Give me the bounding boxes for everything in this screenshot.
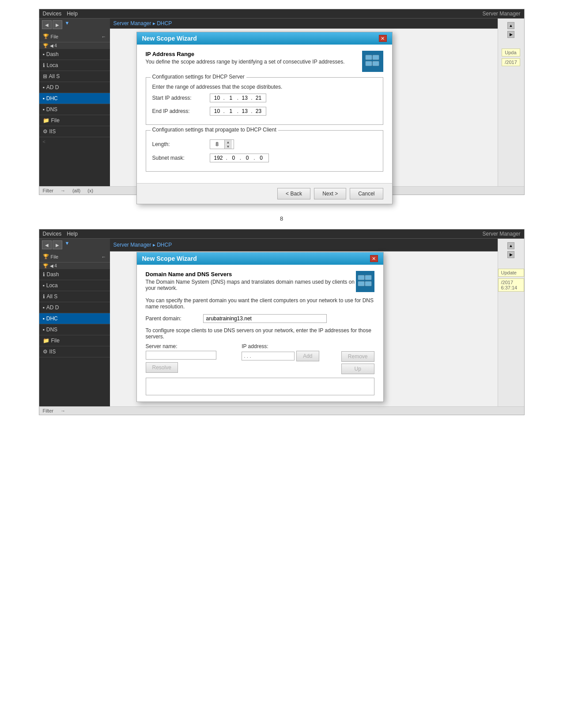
dns-action-buttons: Remove Up (341, 351, 374, 374)
subnet-mask-input[interactable]: . . . (210, 154, 269, 162)
topbar-devices-2[interactable]: Devices (43, 231, 62, 237)
chevron-left-icon[interactable]: < (43, 139, 45, 144)
sidebar-item-dhcp-2[interactable]: ▪ DHC (39, 313, 110, 324)
right-panel-2: ▲ ▶ Update /2017 6:37:14 (498, 239, 524, 406)
back-button-1[interactable]: < Back (277, 188, 310, 199)
parent-domain-input[interactable] (203, 314, 327, 323)
sidebar-item-label: Dash (46, 51, 59, 57)
length-spin-down[interactable]: ▼ (225, 144, 232, 149)
ip-address-input[interactable] (242, 352, 295, 360)
subnet-octet4[interactable] (256, 155, 267, 161)
sidebar-item-alls[interactable]: ⊞ All S (39, 71, 110, 82)
scroll-up-btn[interactable]: ▲ (507, 22, 514, 29)
main-content-2: Server Manager ▸ DHCP ↻ New Scope Wizard… (110, 239, 524, 406)
sidebar-item-alls-2[interactable]: ℹ All S (39, 291, 110, 302)
sm-title-2: Server Manager (83, 231, 521, 237)
sidebar-1: ◀ ▶ ▼ 🏆 File ← 🏆 ◀ 4 ▪ D (39, 19, 110, 186)
server-name-label: Server name: (146, 343, 238, 349)
scroll-right-btn-2[interactable]: ▶ (507, 251, 514, 258)
start-ip-octet4[interactable] (253, 95, 264, 101)
nav-bar-1: Server Manager ▸ DHCP (110, 19, 524, 29)
subnet-octet3[interactable] (242, 155, 253, 161)
wizard-dialog-2: New Scope Wizard ✕ Domain Name and DNS S… (136, 252, 384, 402)
sidebar-item-local[interactable]: ℹ Loca (39, 60, 110, 71)
arrow-label: → (60, 188, 65, 193)
topbar-help[interactable]: Help (67, 11, 78, 17)
ip-address-col: IP address: Add (242, 343, 334, 361)
trophy-icon-3: 🏆 (43, 254, 49, 259)
dashboard-icon: ▪ (43, 51, 45, 57)
start-ip-octet2[interactable] (226, 95, 236, 101)
scroll-up-btn-2[interactable]: ▲ (507, 242, 514, 249)
next-button-1[interactable]: Next > (314, 188, 346, 199)
sidebar-item-label-5: AD D (46, 304, 59, 311)
sidebar-item-label: AD D (46, 84, 59, 90)
wizard-close-button-1[interactable]: ✕ (379, 35, 387, 42)
sidebar-item-ad-2[interactable]: ▪ AD D (39, 302, 110, 313)
iis-icon: ⚙ (43, 128, 48, 135)
back-arrow-icon[interactable]: ← (102, 34, 106, 39)
up-button[interactable]: Up (341, 364, 374, 374)
length-value-input[interactable] (210, 140, 224, 148)
end-ip-octet3[interactable] (239, 108, 250, 114)
sidebar-item-label: All S (49, 73, 60, 79)
topbar-devices[interactable]: Devices (43, 11, 62, 17)
forward-btn-nav[interactable]: ▶ (53, 20, 62, 29)
svg-rect-2 (366, 61, 372, 66)
wizard-section-title-1: IP Address Range (146, 51, 345, 57)
sidebar-file-section: 🏆 File ← (39, 31, 110, 42)
subnet-octet2[interactable] (228, 155, 239, 161)
sidebar-item-ad[interactable]: ▪ AD D (39, 82, 110, 93)
parent-domain-row: Parent domain: (146, 314, 374, 323)
end-ip-octet2[interactable] (226, 108, 236, 114)
sidebar-item-label: DNS (46, 106, 57, 113)
wizard-close-button-2[interactable]: ✕ (370, 255, 378, 262)
sidebar-item-label: Loca (47, 62, 58, 68)
sidebar-item-label-9: IIS (49, 349, 56, 355)
add-button[interactable]: Add (296, 351, 319, 361)
file-icon-2: 📁 (43, 338, 49, 344)
end-ip-input[interactable]: . . . (210, 107, 266, 116)
date-text-2: /2017 6:37:14 (498, 278, 524, 292)
length-input[interactable]: ▲ ▼ (210, 139, 234, 149)
sidebar-item-dhcp[interactable]: ▪ DHC (39, 93, 110, 104)
end-ip-octet4[interactable] (253, 108, 264, 114)
svg-rect-3 (373, 61, 379, 66)
sidebar-item-local-2[interactable]: ▪ Loca (39, 280, 110, 291)
wizard-icon-2 (356, 271, 374, 292)
length-spin-up[interactable]: ▲ (225, 140, 232, 144)
length-row: Length: ▲ ▼ (152, 139, 377, 149)
scroll-right-btn[interactable]: ▶ (507, 31, 514, 38)
end-ip-octet1[interactable] (212, 108, 223, 114)
topbar-help-2[interactable]: Help (67, 231, 78, 237)
start-ip-octet3[interactable] (239, 95, 250, 101)
server-name-input[interactable] (146, 351, 216, 360)
resolve-button[interactable]: Resolve (146, 362, 178, 373)
forward-btn-nav-2[interactable]: ▶ (53, 240, 62, 249)
sidebar-bottom-nav: < (39, 137, 110, 146)
sidebar-trophy-row: 🏆 ◀ 4 (39, 42, 110, 49)
sidebar-item-dash-2[interactable]: ℹ Dash (39, 269, 110, 280)
sidebar-item-iis[interactable]: ⚙ IIS (39, 126, 110, 137)
wizard-section-subtitle-2: The Domain Name System (DNS) maps and tr… (146, 279, 356, 291)
start-ip-input[interactable]: . . . (210, 94, 266, 102)
sidebar-item-dns[interactable]: ▪ DNS (39, 104, 110, 115)
sidebar-item-label-6: DHC (46, 315, 58, 322)
cancel-button-1[interactable]: Cancel (350, 188, 383, 199)
server-manager-window-1: Devices Help Server Manager ◀ ▶ ▼ 🏆 File… (39, 9, 525, 195)
sidebar-item-dash[interactable]: ▪ Dash (39, 49, 110, 60)
sidebar-item-file[interactable]: 📁 File (39, 115, 110, 126)
iis-icon-2: ⚙ (43, 349, 48, 355)
back-btn-nav[interactable]: ◀ (42, 20, 52, 29)
back-arrow-icon-2[interactable]: ← (102, 254, 106, 259)
back-btn-nav-2[interactable]: ◀ (42, 240, 52, 249)
dns-icon: ▪ (43, 106, 45, 113)
start-ip-octet1[interactable] (212, 95, 223, 101)
sidebar-small-label-2: ◀ 4 (50, 263, 57, 268)
subnet-octet1[interactable] (212, 155, 225, 161)
sidebar-item-dns-2[interactable]: ▪ DNS (39, 324, 110, 335)
sidebar-item-iis-2[interactable]: ⚙ IIS (39, 346, 110, 357)
remove-button[interactable]: Remove (341, 351, 374, 362)
trophy-icon-2: 🏆 (43, 43, 48, 48)
sidebar-item-file-2[interactable]: 📁 File (39, 335, 110, 346)
